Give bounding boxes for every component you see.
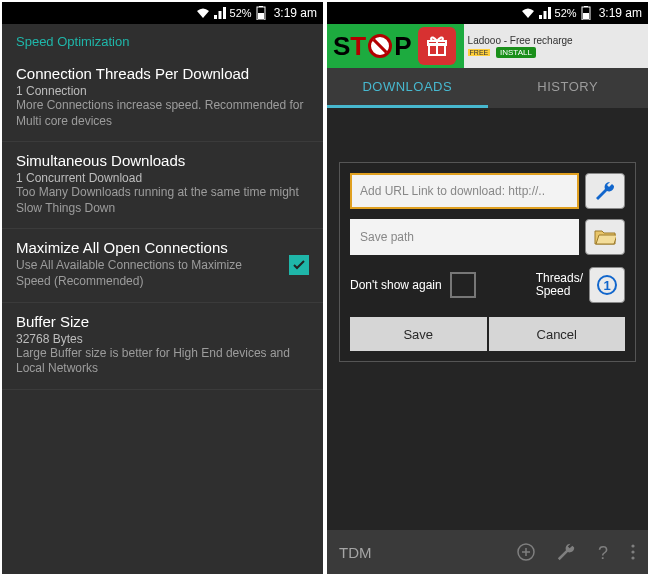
ad-stop-graphic: S T P: [333, 31, 412, 62]
battery-percent: 52%: [230, 7, 252, 19]
signal-icon: [214, 7, 226, 19]
content-area: Add URL Link to download: http://.. Save…: [327, 108, 648, 530]
setting-simultaneous-downloads[interactable]: Simultaneous Downloads 1 Concurrent Down…: [2, 142, 323, 229]
download-manager-screen: 52% 3:19 am S T P Ladooo - Free recharge…: [325, 0, 650, 576]
ad-install-button[interactable]: INSTALL: [496, 47, 536, 58]
battery-icon: [581, 6, 591, 20]
wifi-icon: [521, 7, 535, 19]
ad-free-badge: FREE: [468, 49, 491, 56]
overflow-menu-icon[interactable]: [630, 542, 636, 562]
wrench-icon[interactable]: [556, 542, 576, 562]
svg-rect-1: [259, 6, 263, 7]
gift-icon: [418, 27, 456, 65]
setting-buffer-size[interactable]: Buffer Size 32768 Bytes Large Buffer siz…: [2, 303, 323, 390]
setting-desc: More Connections increase speed. Recomme…: [16, 98, 309, 129]
setting-title: Buffer Size: [16, 313, 309, 330]
svg-point-16: [631, 550, 634, 553]
section-title: Speed Optimization: [2, 24, 323, 55]
svg-rect-4: [584, 6, 588, 7]
no-entry-icon: [368, 34, 392, 58]
tab-history[interactable]: HISTORY: [488, 68, 649, 108]
status-time: 3:19 am: [599, 6, 642, 20]
dont-show-label: Don't show again: [350, 278, 442, 292]
setting-maximize-connections[interactable]: Maximize All Open Connections Use All Av…: [2, 229, 323, 302]
threads-label: Threads/ Speed: [536, 272, 583, 298]
setting-title: Maximize All Open Connections: [16, 239, 309, 256]
setting-desc: Use All Available Connections to Maximiz…: [16, 258, 309, 289]
checkbox-checked-icon[interactable]: [289, 255, 309, 275]
tab-downloads[interactable]: DOWNLOADS: [327, 68, 488, 108]
wifi-icon: [196, 7, 210, 19]
bottom-bar: TDM ?: [327, 530, 648, 574]
svg-text:?: ?: [598, 543, 608, 562]
setting-value: 32768 Bytes: [16, 332, 309, 346]
setting-title: Simultaneous Downloads: [16, 152, 309, 169]
svg-point-17: [631, 556, 634, 559]
url-input[interactable]: Add URL Link to download: http://..: [350, 173, 579, 209]
ad-banner[interactable]: S T P Ladooo - Free recharge FREE INSTAL…: [327, 24, 648, 68]
setting-desc: Large Buffer size is better for High End…: [16, 346, 309, 377]
battery-percent: 52%: [555, 7, 577, 19]
add-download-dialog: Add URL Link to download: http://.. Save…: [339, 162, 636, 362]
save-path-input[interactable]: Save path: [350, 219, 579, 255]
status-bar: 52% 3:19 am: [327, 2, 648, 24]
setting-title: Connection Threads Per Download: [16, 65, 309, 82]
ad-title: Ladooo - Free recharge: [468, 35, 648, 46]
signal-icon: [539, 7, 551, 19]
save-button[interactable]: Save: [350, 317, 487, 351]
setting-value: 1 Concurrent Download: [16, 171, 309, 185]
app-title: TDM: [339, 544, 372, 561]
status-bar: 52% 3:19 am: [2, 2, 323, 24]
threads-button[interactable]: 1: [589, 267, 625, 303]
setting-value: 1 Connection: [16, 84, 309, 98]
setting-desc: Too Many Downloads running at the same t…: [16, 185, 309, 216]
cancel-button[interactable]: Cancel: [489, 317, 626, 351]
help-icon[interactable]: ?: [596, 542, 610, 562]
tabs: DOWNLOADS HISTORY: [327, 68, 648, 108]
setting-connection-threads[interactable]: Connection Threads Per Download 1 Connec…: [2, 55, 323, 142]
wrench-button[interactable]: [585, 173, 625, 209]
add-icon[interactable]: [516, 542, 536, 562]
settings-screen: 52% 3:19 am Speed Optimization Connectio…: [0, 0, 325, 576]
folder-button[interactable]: [585, 219, 625, 255]
svg-text:1: 1: [603, 278, 610, 293]
svg-point-15: [631, 544, 634, 547]
status-time: 3:19 am: [274, 6, 317, 20]
battery-icon: [256, 6, 266, 20]
svg-rect-5: [583, 13, 589, 19]
ad-text: Ladooo - Free recharge FREE INSTALL: [464, 24, 648, 68]
dont-show-checkbox[interactable]: [450, 272, 476, 298]
svg-rect-2: [258, 13, 264, 19]
